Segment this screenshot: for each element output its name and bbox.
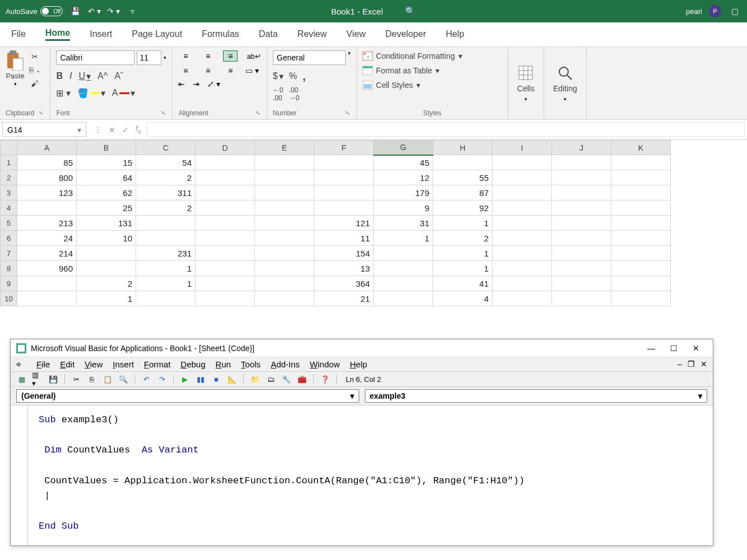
paste-label[interactable]: Paste bbox=[6, 72, 24, 80]
row-header-5[interactable]: 5 bbox=[1, 216, 17, 231]
paste-icon[interactable] bbox=[6, 50, 25, 71]
font-color-button[interactable]: A ▾ bbox=[112, 86, 135, 100]
tab-insert[interactable]: Insert bbox=[90, 29, 112, 40]
cell-C4[interactable]: 2 bbox=[136, 200, 196, 216]
clipboard-launcher[interactable]: ⤡ bbox=[38, 110, 44, 116]
increase-indent-icon[interactable]: ⇥ bbox=[193, 80, 199, 88]
percent-button[interactable]: % bbox=[289, 69, 297, 83]
cell-I5[interactable] bbox=[493, 216, 552, 231]
cell-I10[interactable] bbox=[493, 291, 552, 306]
font-launcher[interactable]: ⤡ bbox=[160, 110, 166, 116]
tab-developer[interactable]: Developer bbox=[385, 29, 426, 40]
tab-review[interactable]: Review bbox=[298, 29, 327, 40]
cell-G8[interactable] bbox=[374, 261, 433, 276]
col-header-G[interactable]: G bbox=[374, 141, 433, 155]
cell-E2[interactable] bbox=[255, 170, 314, 185]
cell-E3[interactable] bbox=[255, 185, 314, 200]
row-header-8[interactable]: 8 bbox=[1, 261, 17, 276]
cell-C9[interactable]: 1 bbox=[136, 276, 196, 291]
number-format-select[interactable] bbox=[273, 50, 346, 65]
cell-J5[interactable] bbox=[552, 216, 611, 231]
cell-B3[interactable]: 62 bbox=[77, 185, 136, 200]
save-icon[interactable]: 💾 bbox=[68, 4, 82, 18]
cell-C5[interactable] bbox=[136, 216, 196, 231]
cell-D9[interactable] bbox=[196, 276, 255, 291]
cell-E6[interactable] bbox=[255, 231, 314, 246]
wrap-text-button[interactable]: ab↵ bbox=[247, 52, 261, 60]
ribbon-display-icon[interactable]: ▢ bbox=[728, 4, 741, 18]
format-as-table-button[interactable]: Format as Table ▾ bbox=[363, 66, 502, 75]
col-header-C[interactable]: C bbox=[136, 141, 196, 155]
cell-E9[interactable] bbox=[255, 276, 314, 291]
cell-H4[interactable]: 92 bbox=[433, 200, 493, 216]
fill-color-button[interactable]: 🪣 ▾ bbox=[77, 86, 105, 100]
cell-H6[interactable]: 2 bbox=[433, 231, 493, 246]
cell-E1[interactable] bbox=[255, 155, 314, 170]
cell-D3[interactable] bbox=[196, 185, 255, 200]
cell-G7[interactable] bbox=[374, 246, 433, 261]
cell-C7[interactable]: 231 bbox=[136, 246, 196, 261]
cell-H3[interactable]: 87 bbox=[433, 185, 493, 200]
cell-E8[interactable] bbox=[255, 261, 314, 276]
cell-J3[interactable] bbox=[552, 185, 611, 200]
cell-K2[interactable] bbox=[611, 170, 671, 185]
group-cells[interactable]: Cells ▾ bbox=[508, 47, 544, 119]
col-header-E[interactable]: E bbox=[255, 141, 314, 155]
row-header-7[interactable]: 7 bbox=[1, 246, 17, 261]
cell-H7[interactable]: 1 bbox=[433, 246, 493, 261]
align-top-icon[interactable]: ≡ bbox=[178, 50, 193, 62]
font-size-dropdown[interactable]: ▾ bbox=[164, 55, 166, 60]
autosave-control[interactable]: AutoSave Off bbox=[6, 6, 63, 16]
cell-F9[interactable]: 364 bbox=[314, 276, 374, 291]
cell-G2[interactable]: 12 bbox=[374, 170, 433, 185]
increase-decimal-icon[interactable]: ←0.00 bbox=[273, 87, 284, 101]
cell-C10[interactable] bbox=[136, 291, 196, 306]
tab-home[interactable]: Home bbox=[45, 28, 70, 41]
format-painter-icon[interactable]: 🖌 bbox=[29, 78, 40, 88]
cell-C8[interactable]: 1 bbox=[136, 261, 196, 276]
cell-A6[interactable]: 24 bbox=[17, 231, 77, 246]
cell-A8[interactable]: 960 bbox=[17, 261, 77, 276]
cell-styles-button[interactable]: Cell Styles ▾ bbox=[363, 81, 502, 90]
cell-A5[interactable]: 213 bbox=[17, 216, 77, 231]
cell-J2[interactable] bbox=[552, 170, 611, 185]
cell-K9[interactable] bbox=[611, 276, 671, 291]
cell-K10[interactable] bbox=[611, 291, 671, 306]
cell-J8[interactable] bbox=[552, 261, 611, 276]
cell-A4[interactable] bbox=[17, 200, 77, 216]
underline-button[interactable]: U ▾ bbox=[78, 69, 91, 83]
paste-dropdown[interactable]: ▾ bbox=[14, 81, 17, 87]
conditional-formatting-button[interactable]: Conditional Formatting ▾ bbox=[363, 52, 502, 60]
cell-F8[interactable]: 13 bbox=[314, 261, 374, 276]
cell-K1[interactable] bbox=[611, 155, 671, 170]
cell-G5[interactable]: 31 bbox=[374, 216, 433, 231]
cell-F7[interactable]: 154 bbox=[314, 246, 374, 261]
cell-C1[interactable]: 54 bbox=[136, 155, 196, 170]
cell-H2[interactable]: 55 bbox=[433, 170, 493, 185]
cell-C6[interactable] bbox=[136, 231, 196, 246]
cell-A1[interactable]: 85 bbox=[17, 155, 77, 170]
cell-K7[interactable] bbox=[611, 246, 671, 261]
alignment-launcher[interactable]: ⤡ bbox=[254, 110, 261, 116]
cell-A9[interactable] bbox=[17, 276, 77, 291]
cell-I1[interactable] bbox=[493, 155, 552, 170]
user-avatar[interactable]: P bbox=[709, 5, 721, 17]
bold-button[interactable]: B bbox=[56, 69, 63, 83]
cell-I9[interactable] bbox=[493, 276, 552, 291]
cell-B2[interactable]: 64 bbox=[77, 170, 136, 185]
row-header-3[interactable]: 3 bbox=[1, 185, 17, 200]
cell-F1[interactable] bbox=[314, 155, 374, 170]
cell-K8[interactable] bbox=[611, 261, 671, 276]
row-header-9[interactable]: 9 bbox=[1, 276, 17, 291]
cell-H1[interactable] bbox=[433, 155, 493, 170]
formula-bar[interactable] bbox=[147, 122, 745, 137]
cell-G6[interactable]: 1 bbox=[374, 231, 433, 246]
cell-F2[interactable] bbox=[314, 170, 374, 185]
cell-J1[interactable] bbox=[552, 155, 611, 170]
cell-F3[interactable] bbox=[314, 185, 374, 200]
cell-F5[interactable]: 121 bbox=[314, 216, 374, 231]
cell-D6[interactable] bbox=[196, 231, 255, 246]
cell-D5[interactable] bbox=[196, 216, 255, 231]
number-launcher[interactable]: ⤡ bbox=[344, 110, 351, 116]
tab-file[interactable]: File bbox=[11, 29, 26, 40]
